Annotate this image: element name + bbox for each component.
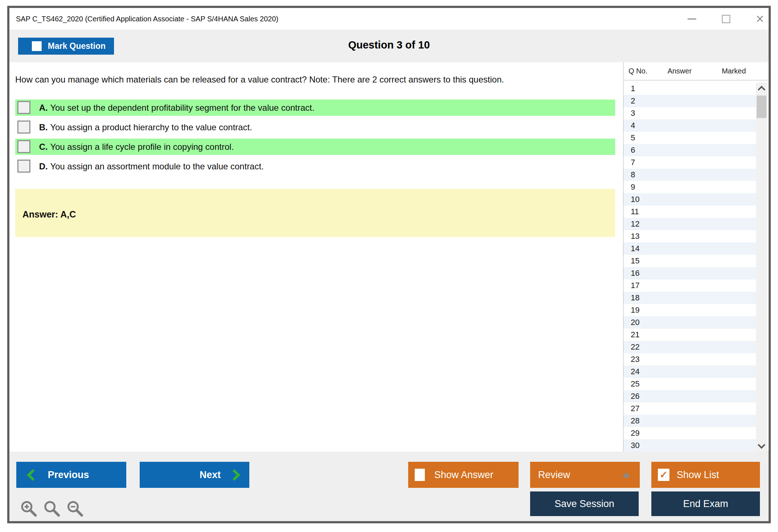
question-list-panel: Q No. Answer Marked 12345678910111213141… <box>623 62 769 452</box>
end-exam-label: End Exam <box>683 498 728 510</box>
question-list-row[interactable]: 6 <box>623 144 756 156</box>
question-list-row[interactable]: 9 <box>623 181 756 193</box>
minimize-icon <box>688 18 696 20</box>
question-list-row[interactable]: 20 <box>623 316 756 329</box>
question-list-row[interactable]: 28 <box>623 415 756 427</box>
question-list-row[interactable]: 21 <box>623 329 756 341</box>
previous-button[interactable]: Previous <box>16 462 126 488</box>
end-exam-button[interactable]: End Exam <box>651 491 760 516</box>
show-answer-checkbox[interactable] <box>415 469 425 481</box>
main-content: How can you manage which materials can b… <box>9 62 769 452</box>
question-list-row[interactable]: 11 <box>623 206 756 218</box>
option-row[interactable]: B. You assign a product hierarchy to the… <box>15 119 615 135</box>
chevron-right-icon <box>228 469 240 481</box>
save-session-label: Save Session <box>554 498 614 510</box>
search-icon[interactable] <box>43 500 61 518</box>
column-header-qno: Q No. <box>629 67 647 75</box>
mark-question-label: Mark Question <box>48 41 106 51</box>
option-letter: D. <box>39 161 50 171</box>
question-list-row[interactable]: 15 <box>623 255 756 267</box>
option-text: A. You set up the dependent profitabilit… <box>39 103 314 113</box>
question-list-row[interactable]: 23 <box>623 353 756 366</box>
question-list-row[interactable]: 8 <box>623 169 756 181</box>
chevron-up-icon <box>758 85 765 93</box>
review-label: Review <box>538 469 570 481</box>
triangle-up-icon <box>622 472 630 478</box>
column-header-answer: Answer <box>660 67 699 75</box>
close-button[interactable]: × <box>753 11 766 27</box>
zoom-out-icon[interactable] <box>67 500 84 518</box>
question-text: How can you manage which materials can b… <box>15 74 619 85</box>
show-list-label: Show List <box>677 469 719 481</box>
question-list-row[interactable]: 30 <box>623 439 756 452</box>
minimize-button[interactable] <box>685 11 698 27</box>
option-checkbox[interactable] <box>17 140 30 153</box>
maximize-icon <box>722 15 730 23</box>
question-list-row[interactable]: 13 <box>623 230 756 242</box>
option-checkbox[interactable] <box>17 101 30 114</box>
question-list-row[interactable]: 18 <box>623 292 756 304</box>
question-list-row[interactable]: 22 <box>623 341 756 353</box>
mark-question-button[interactable]: Mark Question <box>18 38 114 55</box>
question-list-row[interactable]: 29 <box>623 427 756 439</box>
option-text: B. You assign a product hierarchy to the… <box>39 122 252 132</box>
question-list-row[interactable]: 26 <box>623 390 756 402</box>
question-list-row[interactable]: 12 <box>623 218 756 230</box>
show-answer-label: Show Answer <box>434 469 494 481</box>
save-session-button[interactable]: Save Session <box>530 491 639 516</box>
window-controls: × <box>685 8 766 30</box>
question-list-row[interactable]: 17 <box>623 279 756 292</box>
show-list-checkbox[interactable]: ✓ <box>658 469 669 481</box>
window-title: SAP C_TS462_2020 (Certified Application … <box>16 15 278 23</box>
scrollbar-thumb[interactable] <box>757 96 766 118</box>
question-list-row[interactable]: 27 <box>623 402 756 415</box>
exam-window: SAP C_TS462_2020 (Certified Application … <box>7 6 771 523</box>
question-list-row[interactable]: 10 <box>623 193 756 206</box>
option-row[interactable]: D. You assign an assortment module to th… <box>15 158 615 174</box>
question-list-scrollbar[interactable] <box>756 83 767 452</box>
question-list-row[interactable]: 7 <box>623 156 756 169</box>
option-letter: B. <box>39 122 50 132</box>
question-list-row[interactable]: 1 <box>623 83 756 95</box>
show-answer-button[interactable]: Show Answer <box>408 462 519 488</box>
question-list-row[interactable]: 19 <box>623 304 756 316</box>
question-list-row[interactable]: 4 <box>623 119 756 132</box>
answer-box: Answer: A,C <box>15 189 615 237</box>
maximize-button[interactable] <box>719 11 732 27</box>
question-list-row[interactable]: 25 <box>623 378 756 390</box>
header-band: Question 3 of 10 Mark Question <box>9 30 769 62</box>
check-icon: ✓ <box>660 469 668 481</box>
footer-bar: Previous Next Show Answer Review ✓ Show … <box>9 452 769 521</box>
scroll-down-button[interactable] <box>756 440 767 452</box>
titlebar: SAP C_TS462_2020 (Certified Application … <box>9 8 769 30</box>
option-checkbox[interactable] <box>17 160 30 173</box>
question-list-row[interactable]: 14 <box>623 242 756 255</box>
show-list-button[interactable]: ✓ Show List <box>651 462 760 488</box>
question-counter: Question 3 of 10 <box>9 39 769 51</box>
previous-label: Previous <box>48 469 89 481</box>
question-list-row[interactable]: 2 <box>623 95 756 107</box>
question-list-rows: 1234567891011121314151617181920212223242… <box>623 83 756 452</box>
chevron-left-icon <box>27 469 39 481</box>
option-checkbox[interactable] <box>17 121 30 134</box>
answer-text: Answer: A,C <box>22 209 76 220</box>
question-list-row[interactable]: 16 <box>623 267 756 279</box>
mark-question-checkbox[interactable] <box>32 41 42 51</box>
next-button[interactable]: Next <box>140 462 249 488</box>
zoom-in-icon[interactable] <box>20 500 38 518</box>
next-label: Next <box>199 469 221 481</box>
close-icon: × <box>756 12 764 26</box>
option-text: D. You assign an assortment module to th… <box>39 161 264 172</box>
question-list-row[interactable]: 24 <box>623 366 756 378</box>
chevron-down-icon <box>758 441 765 448</box>
review-button[interactable]: Review <box>530 462 640 488</box>
question-list-row[interactable]: 3 <box>623 107 756 119</box>
column-header-marked: Marked <box>712 67 756 75</box>
option-letter: A. <box>39 103 50 113</box>
option-letter: C. <box>39 142 50 152</box>
option-row[interactable]: C. You assign a life cycle profile in co… <box>15 139 615 155</box>
option-row[interactable]: A. You set up the dependent profitabilit… <box>15 100 615 116</box>
scroll-up-button[interactable] <box>756 83 767 94</box>
option-text: C. You assign a life cycle profile in co… <box>39 142 234 152</box>
question-list-row[interactable]: 5 <box>623 132 756 144</box>
